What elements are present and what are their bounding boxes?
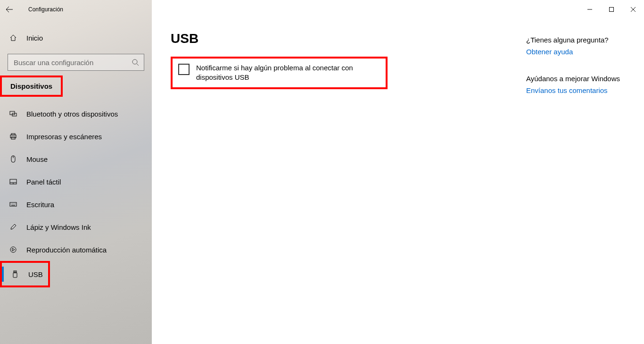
minimize-button[interactable]: [579, 0, 601, 19]
sidebar-item-label: Escritura: [26, 201, 54, 209]
keyboard-icon: [8, 201, 18, 208]
sidebar-item-autoplay[interactable]: Reproducción automática: [0, 238, 152, 261]
page-title: USB: [171, 31, 507, 46]
sidebar-item-label: Lápiz y Windows Ink: [26, 223, 91, 231]
sidebar-item-label: USB: [28, 270, 43, 278]
pen-icon: [8, 223, 18, 231]
get-help-link[interactable]: Obtener ayuda: [526, 48, 644, 56]
autoplay-icon: [8, 246, 18, 253]
sidebar-item-pen[interactable]: Lápiz y Windows Ink: [0, 216, 152, 238]
titlebar: Configuración: [0, 0, 644, 19]
printer-icon: [8, 133, 18, 140]
window-title: Configuración: [28, 6, 63, 13]
search-input[interactable]: [13, 58, 132, 67]
feedback-question: Ayúdanos a mejorar Windows: [526, 75, 644, 83]
sidebar-item-mouse[interactable]: Mouse: [0, 148, 152, 170]
svg-rect-12: [10, 202, 17, 206]
highlight-checkbox: Notificarme si hay algún problema al con…: [171, 57, 388, 89]
highlight-usb: USB: [0, 261, 50, 287]
mouse-icon: [8, 155, 18, 163]
help-question: ¿Tienes alguna pregunta?: [526, 36, 644, 44]
home-icon: [8, 34, 18, 42]
sidebar-item-bluetooth[interactable]: Bluetooth y otros dispositivos: [0, 102, 152, 125]
search-icon: [132, 59, 139, 66]
usb-icon: [10, 270, 20, 278]
checkbox-icon[interactable]: [178, 64, 190, 75]
maximize-button[interactable]: [601, 0, 622, 19]
checkbox-label: Notificarme si hay algún problema al con…: [196, 63, 380, 83]
sidebar-item-label: Mouse: [26, 155, 48, 163]
touchpad-icon: [8, 178, 18, 185]
svg-rect-5: [11, 134, 15, 135]
close-button[interactable]: [622, 0, 644, 19]
devices-icon: [8, 110, 18, 117]
search-wrap: [8, 54, 144, 71]
sidebar-item-label: Reproducción automática: [26, 246, 107, 254]
help-column: ¿Tienes alguna pregunta? Obtener ayuda A…: [526, 19, 644, 344]
svg-rect-0: [610, 8, 614, 12]
svg-rect-19: [14, 271, 17, 273]
content-area: USB Notificarme si hay algún problema al…: [152, 19, 644, 344]
sidebar-item-touchpad[interactable]: Panel táctil: [0, 170, 152, 193]
back-button[interactable]: [0, 0, 19, 19]
window-controls: [579, 0, 644, 19]
home-label: Inicio: [26, 34, 43, 42]
main-panel: USB Notificarme si hay algún problema al…: [152, 19, 526, 344]
nav-list: Bluetooth y otros dispositivos Impresora…: [0, 102, 152, 287]
svg-point-1: [132, 59, 137, 64]
svg-point-18: [10, 247, 16, 252]
usb-notify-checkbox-row[interactable]: Notificarme si hay algún problema al con…: [173, 59, 386, 87]
sidebar: Inicio Dispositivos Bluetooth: [0, 19, 152, 344]
svg-rect-20: [13, 273, 17, 277]
sidebar-item-typing[interactable]: Escritura: [0, 193, 152, 216]
sidebar-item-label: Bluetooth y otros dispositivos: [26, 110, 118, 118]
sidebar-item-label: Panel táctil: [26, 178, 61, 186]
search-box[interactable]: [8, 54, 144, 71]
sidebar-section-header: Dispositivos: [2, 77, 61, 95]
sidebar-item-usb[interactable]: USB: [2, 263, 48, 285]
highlight-dispositivos: Dispositivos: [0, 76, 63, 97]
send-feedback-link[interactable]: Envíanos tus comentarios: [526, 86, 644, 94]
home-nav[interactable]: Inicio: [0, 27, 152, 48]
sidebar-item-printers[interactable]: Impresoras y escáneres: [0, 125, 152, 148]
sidebar-item-label: Impresoras y escáneres: [26, 133, 102, 141]
